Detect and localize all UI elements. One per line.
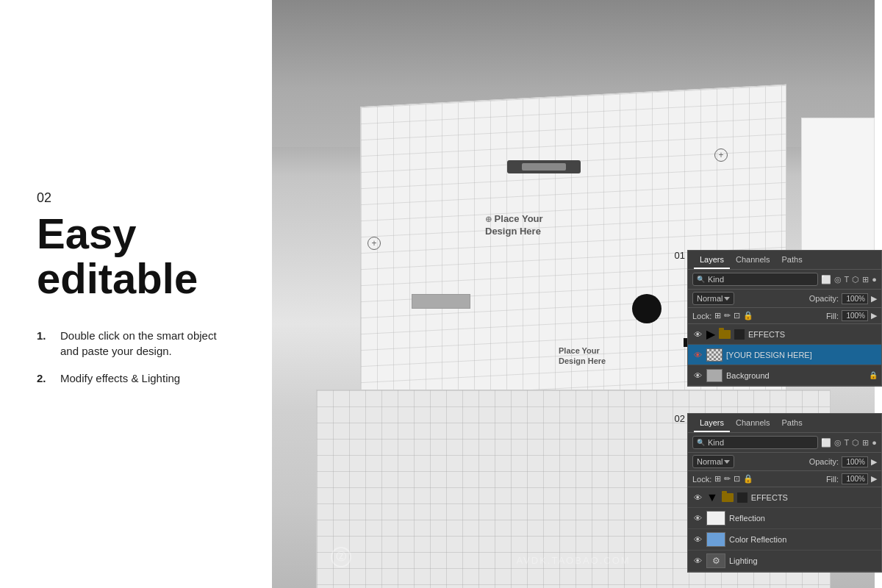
- ps-triangle-expand-2[interactable]: ▼: [706, 491, 718, 504]
- opacity-arrow-2: ▶: [871, 457, 877, 467]
- photoshop-panel-2: Layers Channels Paths 🔍 Kind ⬜ ◎ T ⬡ ⊞ ●…: [687, 413, 882, 573]
- ps-layer-effects-2[interactable]: 👁 ▼ EFFECTS: [688, 487, 881, 508]
- lock-icon-8[interactable]: 🔒: [743, 474, 753, 484]
- lock-icon-5[interactable]: ⊞: [714, 474, 721, 484]
- fill-value-2[interactable]: 100%: [842, 473, 868, 484]
- opacity-label-1: Opacity:: [809, 294, 839, 303]
- z-logo: Ⓩ: [331, 547, 351, 567]
- ps-tab-channels-1[interactable]: Channels: [730, 251, 775, 269]
- ps-search-box-1[interactable]: 🔍 Kind: [692, 273, 818, 286]
- eye-icon-design-1[interactable]: 👁: [692, 350, 703, 360]
- place-text-2: Place YourDesign Here: [559, 345, 606, 367]
- ps-icon-smart-2: ⊞: [862, 438, 869, 448]
- ps-icon-type-2: T: [845, 438, 850, 447]
- ps-panel-1-icons: ⬜ ◎ T ⬡ ⊞ ●: [821, 275, 877, 284]
- place-text-1: ⊕ Place YourDesign Here: [485, 213, 543, 238]
- ps-panel-2-normal-row: Normal Opacity: 100% ▶: [688, 453, 881, 471]
- ps-panel-2-search-row: 🔍 Kind ⬜ ◎ T ⬡ ⊞ ●: [688, 433, 881, 453]
- plus-circle-1: +: [368, 237, 381, 250]
- layer-name-color-reflection: Color Reflection: [729, 535, 877, 544]
- ps-fill-row-1: Fill: 100% ▶: [826, 310, 877, 321]
- eye-icon-reflection[interactable]: 👁: [692, 513, 703, 523]
- ps-panel-2-tabbar: Layers Channels Paths: [688, 414, 881, 433]
- blend-mode-label-1: Normal: [697, 294, 723, 303]
- main-title: Easy editable: [37, 212, 235, 301]
- ps-layer-bg-1[interactable]: 👁 Background 🔒: [688, 365, 881, 386]
- plus-circle-2: +: [714, 148, 728, 162]
- ps-panel-1-lock-row: Lock: ⊞ ✏ ⊡ 🔒 Fill: 100% ▶: [688, 308, 881, 324]
- ps-icon-fx: ●: [872, 275, 877, 284]
- ps-panel-2-lock-row: Lock: ⊞ ✏ ⊡ 🔒 Fill: 100% ▶: [688, 471, 881, 487]
- black-square-effects-2: [737, 492, 747, 503]
- ps-panel-1-normal-row: Normal Opacity: 100% ▶: [688, 290, 881, 308]
- ps-triangle-expand-1[interactable]: ▶: [706, 327, 715, 341]
- instruction-text-1: Double click on the smart object and pas…: [60, 328, 235, 359]
- watermark-text: AVDK.TAOBAO.COM: [516, 555, 630, 566]
- eye-icon-lighting[interactable]: 👁: [692, 556, 703, 566]
- ps-icon-shape: ⬡: [852, 275, 859, 284]
- ps-opacity-row-1: Opacity: 100% ▶: [809, 293, 877, 304]
- ps-tab-paths-1[interactable]: Paths: [776, 251, 808, 269]
- search-icon-1: 🔍: [697, 276, 705, 283]
- ps-search-text-1: Kind: [708, 275, 724, 284]
- fill-label-2: Fill:: [826, 475, 839, 484]
- lock-badge-bg-1: 🔒: [870, 371, 877, 380]
- instruction-num-1: 1.: [37, 328, 54, 343]
- eye-icon-color-reflection[interactable]: 👁: [692, 534, 703, 545]
- opacity-label-2: Opacity:: [809, 457, 839, 466]
- lock-icon-2[interactable]: ✏: [724, 311, 731, 320]
- fill-value-1[interactable]: 100%: [842, 310, 868, 321]
- lock-icon-6[interactable]: ✏: [724, 474, 731, 484]
- thumb-lighting: ⚙: [706, 553, 725, 568]
- lock-label-1: Lock:: [692, 312, 711, 320]
- ps-tab-paths-2[interactable]: Paths: [776, 414, 808, 432]
- opacity-value-2[interactable]: 100%: [842, 456, 868, 467]
- ps-blend-mode-2[interactable]: Normal: [692, 455, 734, 468]
- box-handle: [507, 160, 581, 173]
- ps-layer-lighting[interactable]: 👁 ⚙ Lighting: [688, 551, 881, 572]
- ps-fill-row-2: Fill: 100% ▶: [826, 473, 877, 484]
- ps-layer-reflection[interactable]: 👁 Reflection: [688, 508, 881, 529]
- ps-tab-channels-2[interactable]: Channels: [730, 414, 775, 432]
- ps-panel-2-icons: ⬜ ◎ T ⬡ ⊞ ●: [821, 438, 877, 448]
- ps-layer-color-reflection[interactable]: 👁 Color Reflection: [688, 529, 881, 551]
- black-square-effects-1: [734, 329, 745, 340]
- lock-icon-3[interactable]: ⊡: [734, 311, 740, 320]
- fill-arrow-2: ▶: [871, 474, 877, 484]
- panel-label-2: 02: [675, 413, 685, 424]
- instruction-item-1: 1. Double click on the smart object and …: [37, 328, 235, 359]
- ps-icon-pixel: ⬜: [821, 275, 831, 284]
- ps-search-box-2[interactable]: 🔍 Kind: [692, 436, 818, 449]
- ps-opacity-row-2: Opacity: 100% ▶: [809, 456, 877, 467]
- ps-tab-layers-1[interactable]: Layers: [694, 251, 730, 269]
- lock-icon-1[interactable]: ⊞: [714, 311, 721, 320]
- ps-search-text-2: Kind: [708, 438, 724, 447]
- black-circle: [632, 294, 662, 323]
- eye-icon-effects-1[interactable]: 👁: [692, 329, 703, 340]
- left-panel: 02 Easy editable 1. Double click on the …: [0, 0, 272, 588]
- folder-icon-effects-2: [722, 493, 734, 502]
- lock-icon-7[interactable]: ⊡: [734, 474, 740, 484]
- thumb-bg-1: [706, 369, 723, 382]
- blend-mode-arrow-2: [724, 460, 730, 464]
- ps-layer-design-1[interactable]: 👁 [YOUR DESIGN HERE]: [688, 345, 881, 365]
- main-area: ⊕ Place YourDesign Here Place YourDesign…: [272, 0, 882, 588]
- lock-icon-4[interactable]: 🔒: [743, 311, 753, 320]
- ps-blend-mode-1[interactable]: Normal: [692, 292, 734, 305]
- ps-layer-effects-1[interactable]: 👁 ▶ EFFECTS: [688, 324, 881, 345]
- instruction-item-2: 2. Modify effects & Lighting: [37, 370, 235, 386]
- lock-label-2: Lock:: [692, 475, 711, 484]
- opacity-value-1[interactable]: 100%: [842, 293, 868, 304]
- ps-tab-layers-2[interactable]: Layers: [694, 414, 730, 432]
- eye-icon-bg-1[interactable]: 👁: [692, 370, 703, 381]
- ps-icon-fx-2: ●: [872, 438, 877, 447]
- ps-icon-type: T: [845, 275, 850, 284]
- ps-icon-adjust-2: ◎: [834, 438, 842, 448]
- blend-mode-label-2: Normal: [697, 457, 723, 466]
- layer-name-design-1: [YOUR DESIGN HERE]: [726, 351, 877, 359]
- ps-icon-smart: ⊞: [862, 275, 869, 284]
- eye-icon-effects-2[interactable]: 👁: [692, 492, 703, 503]
- ps-panel-1-search-row: 🔍 Kind ⬜ ◎ T ⬡ ⊞ ●: [688, 270, 881, 290]
- thumb-color-reflection: [706, 532, 725, 547]
- handle-slot: [412, 294, 470, 309]
